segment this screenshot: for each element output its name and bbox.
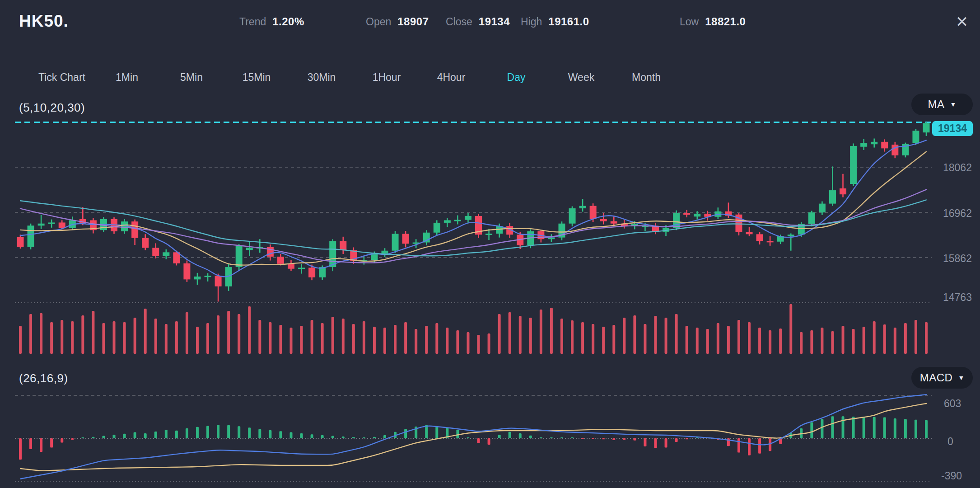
tab-15min[interactable]: 15Min	[238, 69, 275, 86]
stat-high: High 19161.0	[521, 15, 589, 28]
stat-trend: Trend 1.20%	[239, 15, 304, 28]
price-axis-label: 16962	[943, 207, 980, 220]
macd-dropdown-label: MACD	[920, 371, 953, 384]
ma-dropdown-button[interactable]: MA ▼	[911, 94, 973, 115]
price-axis-label: 14763	[943, 291, 980, 304]
tab-tick-chart[interactable]: Tick Chart	[34, 69, 90, 86]
stat-close: Close 19134	[446, 15, 510, 28]
price-axis-label: 15862	[943, 253, 980, 265]
tab-day[interactable]: Day	[503, 69, 530, 86]
trading-chart-window: HK50. Trend 1.20% Open 18907 Close 19134…	[0, 0, 980, 488]
macd-axis-label: 603	[944, 398, 980, 410]
stat-open-value: 18907	[397, 15, 429, 28]
stat-low: Low 18821.0	[680, 15, 746, 28]
stat-close-value: 19134	[479, 15, 510, 28]
current-price-value: 19134	[938, 122, 967, 135]
chevron-down-icon: ▼	[950, 101, 957, 108]
stat-high-label: High	[521, 16, 542, 28]
macd-axis-label: 0	[947, 436, 980, 448]
close-button[interactable]: ✕	[951, 12, 973, 32]
stat-low-label: Low	[680, 16, 699, 28]
tab-month[interactable]: Month	[627, 69, 665, 86]
tab-1hour[interactable]: 1Hour	[368, 69, 406, 86]
stat-trend-label: Trend	[239, 16, 266, 28]
stat-open: Open 18907	[366, 15, 429, 28]
macd-params-label: (26,16,9)	[19, 371, 68, 385]
candlestick-chart[interactable]	[0, 0, 980, 488]
stat-high-value: 19161.0	[548, 15, 589, 28]
macd-axis-label: -390	[941, 470, 980, 482]
tab-5min[interactable]: 5Min	[176, 69, 207, 86]
close-icon: ✕	[956, 13, 969, 31]
tab-week[interactable]: Week	[564, 69, 599, 86]
tab-1min[interactable]: 1Min	[111, 69, 143, 86]
stat-low-value: 18821.0	[705, 15, 746, 28]
tab-30min[interactable]: 30Min	[303, 69, 341, 86]
tab-4hour[interactable]: 4Hour	[433, 69, 470, 86]
stat-close-label: Close	[446, 16, 472, 28]
ma-params-label: (5,10,20,30)	[19, 101, 85, 115]
current-price-tag: 19134	[932, 121, 973, 136]
macd-dropdown-button[interactable]: MACD ▼	[911, 367, 973, 389]
price-axis-label: 18062	[943, 162, 980, 174]
chevron-down-icon: ▼	[958, 374, 964, 381]
stat-trend-value: 1.20%	[272, 15, 304, 28]
ma-dropdown-label: MA	[928, 98, 945, 111]
stat-open-label: Open	[366, 16, 391, 28]
symbol-title: HK50.	[19, 12, 69, 31]
